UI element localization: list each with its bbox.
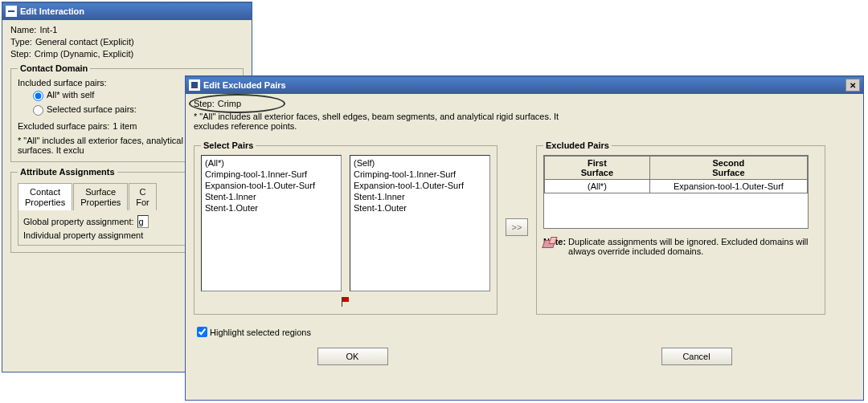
note-text: Duplicate assignments will be ignored. E… [568, 237, 809, 256]
global-property-label: Global property assignment: [23, 217, 134, 226]
first-surface-header: FirstSurface [545, 157, 650, 180]
app-icon [189, 79, 200, 91]
global-property-input[interactable] [137, 215, 149, 228]
list-item[interactable]: (Self) [352, 157, 488, 169]
list-item[interactable]: Stent-1.Outer [352, 202, 488, 214]
step-value: Crimp [218, 99, 241, 108]
tab-contact-properties[interactable]: ContactProperties [18, 183, 72, 210]
list-item[interactable]: Expansion-tool-1.Outer-Surf [352, 180, 488, 191]
list-item[interactable]: (All*) [203, 157, 339, 169]
close-button[interactable]: ✕ [845, 79, 860, 92]
radio-all-label: All* with self [47, 90, 94, 100]
excluded-pairs-legend: Excluded Pairs [543, 140, 612, 150]
cell-first: (All*) [545, 180, 650, 193]
cell-second: Expansion-tool-1.Outer-Surf [649, 180, 807, 193]
name-value: Int-1 [39, 25, 57, 35]
help-note: * "All" includes all exterior faces, she… [194, 112, 596, 131]
attribute-assignments-legend: Attribute Assignments [18, 167, 117, 177]
second-surface-header: SecondSurface [649, 157, 807, 180]
contact-domain-legend: Contact Domain [18, 63, 90, 73]
radio-selected-label: Selected surface pairs: [47, 104, 137, 114]
excluded-pairs-group: Excluded Pairs FirstSurface SecondSurfac… [536, 140, 825, 315]
select-pairs-legend: Select Pairs [201, 140, 256, 150]
titlebar[interactable]: Edit Excluded Pairs ✕ [186, 76, 863, 94]
type-label: Type: [10, 37, 32, 47]
first-surface-listbox[interactable]: (All*) Crimping-tool-1.Inner-Surf Expans… [201, 155, 342, 291]
highlight-checkbox[interactable] [197, 327, 207, 337]
list-item[interactable]: Expansion-tool-1.Outer-Surf [203, 180, 339, 191]
cancel-button[interactable]: Cancel [661, 348, 732, 365]
excluded-pairs-table[interactable]: FirstSurface SecondSurface (All*) Expans… [544, 156, 808, 193]
list-item[interactable]: Stent-1.Outer [203, 202, 339, 214]
highlight-label: Highlight selected regions [210, 328, 311, 337]
table-row[interactable]: (All*) Expansion-tool-1.Outer-Surf [545, 180, 808, 193]
list-item[interactable]: Crimping-tool-1.Inner-Surf [352, 169, 488, 180]
step-label: Step: [194, 99, 215, 108]
step-label: Step: [10, 49, 31, 59]
app-icon [6, 6, 17, 17]
window-title: Edit Interaction [20, 6, 84, 16]
window-title: Edit Excluded Pairs [203, 80, 286, 90]
tab-contact-formulation[interactable]: CFor [129, 183, 157, 210]
second-surface-listbox[interactable]: (Self) Crimping-tool-1.Inner-Surf Expans… [350, 155, 490, 291]
flag-icon[interactable] [340, 296, 351, 307]
list-item[interactable]: Crimping-tool-1.Inner-Surf [203, 169, 339, 180]
radio-all-with-self[interactable] [33, 91, 43, 101]
svg-rect-1 [191, 82, 198, 88]
type-value: General contact (Explicit) [35, 37, 134, 47]
excluded-pairs-value: 1 item [113, 121, 137, 131]
excluded-pairs-label: Excluded surface pairs: [18, 121, 109, 131]
list-item[interactable]: Stent-1.Inner [352, 191, 488, 202]
step-value: Crimp (Dynamic, Explicit) [35, 49, 133, 59]
titlebar[interactable]: Edit Interaction [2, 2, 252, 20]
tab-surface-properties[interactable]: SurfaceProperties [73, 183, 128, 210]
svg-rect-0 [8, 10, 14, 12]
select-pairs-group: Select Pairs (All*) Crimping-tool-1.Inne… [194, 140, 497, 315]
name-label: Name: [10, 25, 36, 35]
edit-excluded-pairs-window: Edit Excluded Pairs ✕ Step: Crimp * "All… [185, 75, 864, 401]
ok-button[interactable]: OK [317, 348, 388, 365]
list-item[interactable]: Stent-1.Inner [203, 191, 339, 202]
radio-selected-pairs[interactable] [33, 105, 43, 116]
add-pair-button[interactable]: >> [506, 218, 528, 236]
